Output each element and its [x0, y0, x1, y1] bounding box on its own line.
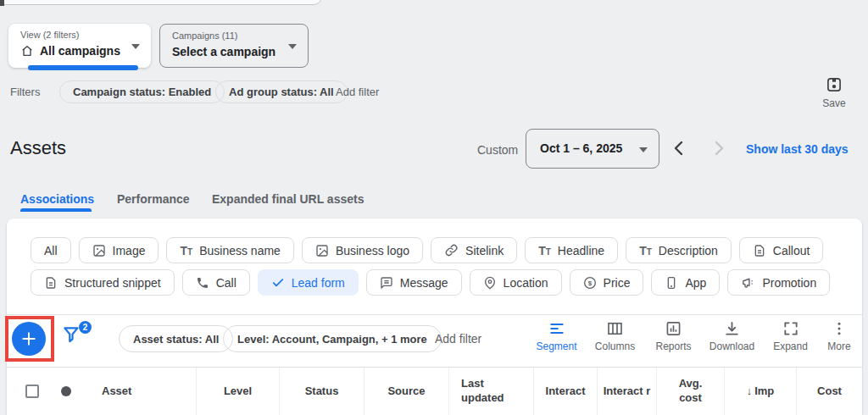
column-label: Imp: [754, 385, 774, 399]
column-header-last-updated[interactable]: Last updated: [449, 368, 534, 415]
image-icon: [92, 244, 106, 257]
asset-type-chip-location[interactable]: Location: [470, 269, 562, 296]
asset-type-filter-row-2: Structured snippet Call Lead form Messag…: [31, 269, 830, 296]
asset-type-chip-sitelink[interactable]: Sitelink: [431, 237, 517, 263]
column-header-interaction-rate[interactable]: Interact r: [598, 368, 657, 415]
add-filter-link[interactable]: Add filter: [336, 86, 379, 98]
message-icon: [380, 276, 393, 290]
select-all-checkbox[interactable]: [25, 385, 39, 398]
asset-type-chip-message[interactable]: Message: [366, 269, 462, 296]
column-label: Source: [387, 385, 425, 399]
asset-type-chip-call[interactable]: Call: [182, 269, 250, 296]
app-icon: [665, 276, 678, 290]
chip-label: Business logo: [336, 244, 409, 257]
asset-type-chip-all[interactable]: All: [31, 237, 71, 263]
chip-label: Business name: [199, 244, 281, 257]
segment-label: Segment: [536, 340, 576, 352]
view-selector-text: All campaigns: [40, 44, 120, 58]
chip-label: Message: [400, 276, 448, 290]
campaign-selector[interactable]: Campaigns (11) Select a campaign: [159, 24, 309, 68]
reports-button[interactable]: Reports: [644, 318, 703, 352]
chevron-left-icon: [673, 141, 685, 156]
column-header-status[interactable]: Status: [280, 368, 364, 415]
save-button[interactable]: Save: [815, 76, 853, 109]
table-header-row: Asset Level Status Source Last updated I…: [7, 367, 862, 415]
asset-type-chip-business-logo[interactable]: Business logo: [302, 237, 423, 263]
toolbar-divider: [7, 314, 862, 315]
active-tab-underline: [20, 208, 92, 212]
google-ads-assets-page: View (2 filters) All campaigns Campaigns…: [0, 0, 868, 415]
column-header-avg-cost[interactable]: Avg. cost: [657, 368, 725, 415]
expand-button[interactable]: Expand: [761, 318, 820, 352]
save-label: Save: [815, 97, 853, 109]
view-selector[interactable]: View (2 filters) All campaigns: [8, 24, 151, 68]
column-header-asset: Asset: [7, 368, 197, 415]
segment-button[interactable]: Segment: [527, 318, 586, 352]
show-last-30-days-link[interactable]: Show last 30 days: [746, 142, 849, 156]
document-icon: [753, 244, 766, 257]
asset-type-chip-callout[interactable]: Callout: [739, 237, 824, 263]
column-header-impressions[interactable]: ↓ Imp: [725, 368, 797, 415]
download-label: Download: [709, 340, 754, 352]
column-header-level[interactable]: Level: [197, 368, 280, 415]
chip-label: Lead form: [292, 276, 345, 290]
add-asset-button[interactable]: [12, 322, 46, 356]
asset-type-chip-lead-form[interactable]: Lead form: [258, 269, 359, 296]
asset-type-chip-price[interactable]: $ Price: [570, 269, 644, 296]
date-range-value: Oct 1 – 6, 2025: [540, 141, 622, 155]
column-header-interactions[interactable]: Interact: [534, 368, 598, 415]
filter-funnel-button[interactable]: 2: [61, 324, 92, 354]
page-title: Assets: [10, 137, 66, 159]
chip-label: Image: [113, 244, 146, 257]
chip-label: Promotion: [762, 276, 816, 290]
date-range-type-label: Custom: [477, 143, 518, 157]
chevron-down-icon: [131, 44, 140, 49]
column-label: Status: [305, 385, 339, 399]
tab-associations[interactable]: Associations: [20, 192, 94, 206]
filter-chip-ad-group-status[interactable]: Ad group status: All: [215, 80, 348, 103]
asset-type-chip-headline[interactable]: TT Headline: [525, 237, 618, 263]
home-icon: [20, 44, 34, 58]
chip-label: Call: [216, 276, 236, 290]
date-range-picker[interactable]: Oct 1 – 6, 2025: [526, 129, 659, 169]
column-label: Interact: [546, 385, 586, 399]
chip-label: All: [44, 244, 58, 257]
assets-table-panel: All Image TT Business name Business logo…: [7, 219, 862, 415]
asset-type-chip-description[interactable]: TT Description: [626, 237, 732, 263]
columns-icon: [606, 318, 624, 337]
columns-button[interactable]: Columns: [586, 318, 644, 352]
document-icon: [44, 276, 58, 290]
tab-performance[interactable]: Performance: [117, 192, 190, 206]
chip-label: Price: [604, 276, 631, 290]
tab-expanded-final-url-assets[interactable]: Expanded final URL assets: [212, 192, 364, 206]
chip-label: Description: [659, 244, 718, 257]
filter-chip-campaign-status[interactable]: Campaign status: Enabled: [59, 80, 225, 103]
chevron-down-icon: [639, 147, 648, 152]
column-label: Interact r: [604, 385, 651, 399]
more-label: More: [827, 340, 850, 352]
column-label: Cost: [817, 385, 842, 399]
reports-label: Reports: [655, 340, 691, 352]
column-label: Level: [224, 385, 252, 399]
toolbar-add-filter-link[interactable]: Add filter: [435, 332, 481, 346]
asset-type-chip-business-name[interactable]: TT Business name: [166, 237, 293, 263]
download-button[interactable]: Download: [703, 318, 761, 352]
chevron-right-icon: [713, 141, 725, 156]
chip-label: App: [685, 276, 706, 290]
asset-type-chip-structured-snippet[interactable]: Structured snippet: [31, 269, 175, 296]
asset-type-chip-image[interactable]: Image: [79, 237, 159, 263]
text-icon: TT: [639, 245, 652, 257]
previous-date-range-button[interactable]: [670, 138, 688, 158]
save-icon: [826, 76, 843, 93]
asset-type-chip-app[interactable]: App: [651, 269, 720, 296]
next-date-range-button[interactable]: [709, 138, 728, 158]
toolbar-chip-asset-status[interactable]: Asset status: All: [119, 325, 233, 352]
column-header-cost[interactable]: Cost: [797, 368, 862, 415]
column-header-source[interactable]: Source: [364, 368, 449, 415]
asset-type-chip-promotion[interactable]: Promotion: [727, 269, 830, 296]
column-label[interactable]: Asset: [102, 385, 131, 399]
view-selector-underline: [28, 65, 138, 70]
toolbar-chip-level[interactable]: Level: Account, Campaign, + 1 more: [223, 325, 442, 352]
more-button[interactable]: More: [820, 318, 859, 352]
filters-label: Filters: [10, 86, 40, 98]
